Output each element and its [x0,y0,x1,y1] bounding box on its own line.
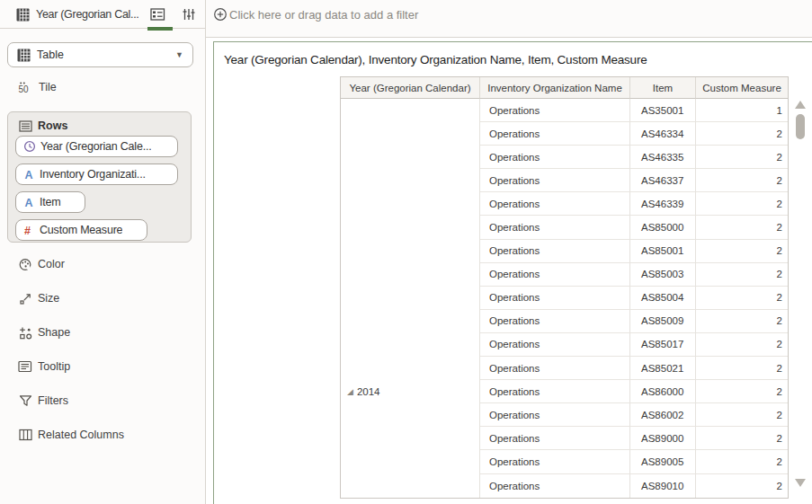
tile-field-well[interactable]: 50 Tile [18,79,57,95]
value-cell[interactable]: 1 [696,99,788,122]
org-cell[interactable]: Operations [480,122,630,146]
item-cell[interactable]: AS85003 [630,263,696,287]
item-cell[interactable]: AS89005 [630,450,696,473]
table-scrollbar[interactable] [794,99,807,498]
year-cell[interactable] [341,287,480,310]
collapse-triangle-icon[interactable]: ◢ [347,387,353,396]
org-cell[interactable]: Operations [480,169,630,192]
item-cell[interactable]: AS85017 [630,333,696,357]
org-cell[interactable]: Operations [480,263,630,287]
sidebar-item-label: Color [38,258,65,270]
value-cell[interactable]: 2 [696,474,788,498]
value-cell[interactable]: 2 [696,122,788,146]
year-cell[interactable] [341,403,480,427]
year-cell[interactable] [341,474,480,498]
year-cell[interactable] [341,357,480,380]
org-cell[interactable]: Operations [480,99,630,122]
pill-item[interactable]: A Item [15,191,85,213]
org-cell[interactable]: Operations [480,333,630,357]
item-cell[interactable]: AS86000 [630,380,696,403]
sidebar-item-color[interactable]: Color [18,256,124,272]
value-cell[interactable]: 2 [696,427,788,450]
column-header-measure[interactable]: Custom Measure [696,77,788,99]
item-cell[interactable]: AS85001 [630,240,696,263]
column-header-year[interactable]: Year (Gregorian Calendar) [341,77,480,99]
item-cell[interactable]: AS35001 [630,99,696,122]
value-cell[interactable]: 2 [696,333,788,357]
settings-tab-icon[interactable] [182,7,196,22]
value-cell[interactable]: 2 [696,357,788,380]
viz-type-value: Table [37,49,175,61]
org-cell[interactable]: Operations [480,403,630,427]
value-cell[interactable]: 2 [696,380,788,403]
year-cell[interactable] [341,146,480,169]
sidebar-item-size[interactable]: Size [18,290,124,306]
item-cell[interactable]: AS85009 [630,310,696,333]
year-cell[interactable] [341,263,480,287]
value-cell[interactable]: 2 [696,310,788,333]
add-filter-icon[interactable] [213,7,228,22]
year-cell[interactable] [341,122,480,146]
value-cell[interactable]: 2 [696,287,788,310]
year-cell[interactable]: ◢2014 [341,380,480,403]
sidebar-item-filters[interactable]: Filters [18,393,124,409]
filters-icon [18,394,32,407]
value-cell[interactable]: 2 [696,216,788,239]
sidebar-item-tooltip[interactable]: Tooltip [18,358,124,375]
year-cell[interactable] [341,99,480,122]
org-cell[interactable]: Operations [480,380,630,403]
item-cell[interactable]: AS85021 [630,357,696,380]
column-header-item[interactable]: Item [630,77,696,99]
scroll-up-arrow[interactable] [795,101,806,109]
org-cell[interactable]: Operations [480,427,630,450]
sidebar-item-shape[interactable]: Shape [18,324,124,340]
org-cell[interactable]: Operations [480,474,630,498]
item-cell[interactable]: AS89000 [630,427,696,450]
sidebar-item-related-columns[interactable]: Related Columns [18,427,124,443]
rows-section-header: Rows [19,116,183,136]
item-cell[interactable]: AS89010 [630,474,696,498]
year-cell[interactable] [341,333,480,357]
org-cell[interactable]: Operations [480,450,630,473]
table-visualization[interactable]: Year (Gregorian Calendar), Inventory Org… [213,41,812,504]
item-cell[interactable]: AS46334 [630,122,696,146]
viz-type-dropdown[interactable]: Table ▼ [7,42,193,67]
item-cell[interactable]: AS85004 [630,287,696,310]
column-header-org[interactable]: Inventory Organization Name [480,77,630,99]
scroll-down-arrow[interactable] [795,479,806,487]
item-cell[interactable]: AS46339 [630,192,696,216]
pill-year[interactable]: Year (Gregorian Cale... [15,136,178,157]
value-cell[interactable]: 2 [696,192,788,216]
item-cell[interactable]: AS46335 [630,146,696,169]
org-cell[interactable]: Operations [480,310,630,333]
value-cell[interactable]: 2 [696,403,788,427]
year-cell[interactable] [341,427,480,450]
org-cell[interactable]: Operations [480,216,630,239]
value-cell[interactable]: 2 [696,450,788,473]
year-cell[interactable] [341,169,480,192]
value-cell[interactable]: 2 [696,146,788,169]
item-cell[interactable]: AS46337 [630,169,696,192]
year-cell[interactable] [341,216,480,239]
pill-inventory-organization[interactable]: A Inventory Organizati... [15,164,178,185]
filter-bar[interactable]: Click here or drag data to add a filter [206,0,812,38]
org-cell[interactable]: Operations [480,357,630,380]
year-cell[interactable] [341,192,480,216]
item-cell[interactable]: AS86002 [630,403,696,427]
item-cell[interactable]: AS85000 [630,216,696,239]
org-cell[interactable]: Operations [480,192,630,216]
org-cell[interactable]: Operations [480,146,630,169]
org-cell[interactable]: Operations [480,240,630,263]
pill-custom-measure[interactable]: # Custom Measure [15,219,147,241]
year-cell[interactable] [341,240,480,263]
org-cell[interactable]: Operations [480,287,630,310]
year-cell[interactable] [341,310,480,333]
sidebar-item-label: Related Columns [38,429,124,441]
value-cell[interactable]: 2 [696,240,788,263]
value-cell[interactable]: 2 [696,263,788,287]
value-cell[interactable]: 2 [696,169,788,192]
scroll-thumb[interactable] [796,114,805,139]
grammar-tab-icon[interactable] [150,7,165,22]
year-cell[interactable] [341,450,480,473]
pill-label: Inventory Organizati... [40,168,146,181]
